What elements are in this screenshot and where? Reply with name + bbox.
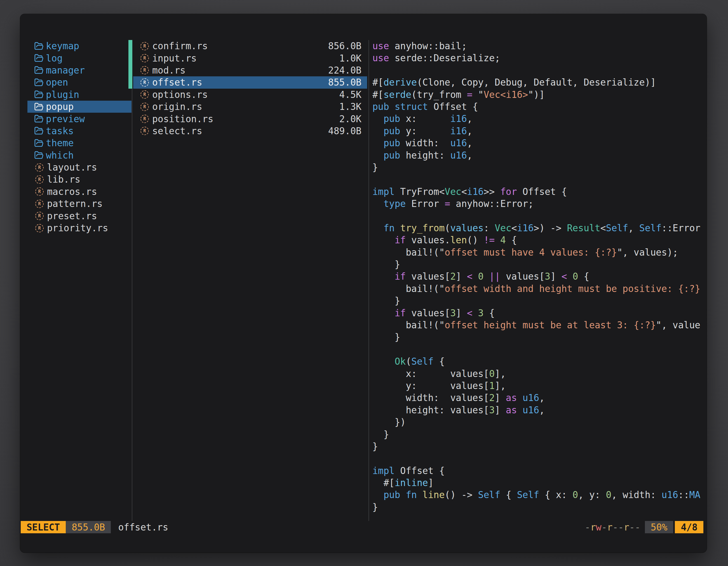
code-line-text: } [372,162,378,173]
code-line: } [372,331,704,343]
code-line-text: height: values[3] as u16, [372,405,545,415]
open-folder-icon [34,114,44,124]
sidebar-item-keymap[interactable]: keymap [27,40,131,52]
code-line: pub width: u16, [372,137,704,149]
item-label: pattern.rs [47,198,103,209]
file-row-mod-rs[interactable]: mod.rs 224.0B [133,64,367,76]
file-permissions: -rw-r--r-- [585,521,640,533]
file-name: input.rs [152,53,197,64]
code-line-text: bail!("offset width and height must be p… [372,283,700,294]
code-line-text: } [372,259,400,270]
rust-file-icon [140,90,149,99]
code-line-text: pub height: u16, [372,150,473,161]
code-line: pub fn line() -> Self { Self { x: 0, y: … [372,489,704,501]
code-line: } [372,295,704,307]
code-line: } [372,161,704,173]
code-line-text: bail!("offset height must be at least 3:… [372,319,700,330]
sidebar-item-pattern-rs[interactable]: pattern.rs [27,198,131,210]
status-bar: SELECT 855.0B offset.rs -rw-r--r-- 50% 4… [21,521,703,533]
rust-file-icon [35,212,44,220]
code-line [372,210,704,222]
code-line-text: pub fn line() -> Self { Self { x: 0, y: … [372,489,700,500]
file-row-confirm-rs[interactable]: confirm.rs 856.0B [133,40,367,52]
code-line-text: width: values[2] as u16, [372,392,545,403]
open-folder-icon [34,41,44,51]
file-size: 224.0B [328,65,361,76]
sidebar-item-macros-rs[interactable]: macros.rs [27,186,131,198]
code-line-text: if values[2] < 0 || values[3] < 0 { [372,271,589,282]
file-row-options-rs[interactable]: options.rs 4.5K [133,89,367,101]
code-line [372,173,704,186]
rust-file-icon [35,163,44,172]
open-folder-icon [34,78,44,87]
rust-file-icon [140,66,149,74]
code-line-text: } [372,429,389,440]
code-line-text: #[inline] [372,477,434,488]
code-line: bail!("offset height must be at least 3:… [372,319,704,331]
item-label: open [46,77,68,88]
code-line: } [372,501,704,513]
code-line-text: impl TryFrom<Vec<i16>> for Offset { [372,186,567,197]
code-line: type Error = anyhow::Error; [372,198,704,210]
sidebar-item-tasks[interactable]: tasks [27,125,131,137]
sidebar-item-popup[interactable]: popup [27,101,131,113]
code-line: pub struct Offset { [372,101,704,113]
sidebar-item-preview[interactable]: preview [27,113,131,125]
code-line [372,452,704,464]
sidebar-item-lib-rs[interactable]: lib.rs [27,173,131,186]
item-label: plugin [46,89,79,100]
item-label: macros.rs [47,186,97,197]
file-name: confirm.rs [152,41,208,51]
sidebar-item-preset-rs[interactable]: preset.rs [27,210,131,222]
code-line-text: } [372,332,400,342]
item-label: preview [46,114,85,125]
sidebar-item-theme[interactable]: theme [27,137,131,149]
code-line: fn try_from(values: Vec<i16>) -> Result<… [372,222,704,234]
code-line-text: x: values[0], [372,368,506,379]
sidebar-item-manager[interactable]: manager [27,64,131,76]
file-name: position.rs [152,114,213,125]
code-line [372,343,704,355]
item-label: keymap [46,41,79,51]
code-line: pub height: u16, [372,149,704,161]
code-line [372,64,704,76]
file-row-input-rs[interactable]: input.rs 1.0K [133,52,367,64]
scroll-percent-chip: 50% [645,521,673,533]
code-line: if values.len() != 4 { [372,234,704,246]
preview-pane: use anyhow::bail;use serde::Deserialize;… [372,40,704,522]
sidebar-item-log[interactable]: log [27,52,131,64]
file-row-offset-rs[interactable]: offset.rs 855.0B [133,76,367,88]
code-line: width: values[2] as u16, [372,392,704,404]
code-line-text: } [372,441,378,452]
file-list: confirm.rs 856.0B input.rs 1.0K mod.rs 2… [133,40,367,137]
code-line: x: values[0], [372,368,704,380]
file-row-select-rs[interactable]: select.rs 489.0B [133,125,367,137]
sidebar-item-open[interactable]: open [27,76,131,88]
code-line-text: impl Offset { [372,465,445,476]
open-folder-icon [34,126,44,136]
sidebar-item-plugin[interactable]: plugin [27,89,131,101]
code-line: Ok(Self { [372,355,704,367]
code-line: }) [372,416,704,428]
rust-file-icon [35,224,44,233]
file-size: 2.0K [339,114,361,125]
sidebar-item-layout-rs[interactable]: layout.rs [27,161,131,173]
open-folder-icon [34,65,44,75]
sidebar-item-priority-rs[interactable]: priority.rs [27,222,131,234]
file-name: mod.rs [152,65,185,76]
rust-file-icon [140,103,149,111]
file-row-position-rs[interactable]: position.rs 2.0K [133,113,367,125]
file-row-origin-rs[interactable]: origin.rs 1.3K [133,101,367,113]
file-size: 856.0B [328,41,361,51]
item-label: lib.rs [47,174,80,185]
sidebar-list: keymap log manager open [27,40,131,234]
open-folder-icon [34,139,44,148]
mode-badge: SELECT [21,521,66,533]
rust-file-icon [140,127,149,135]
code-line-text: if values[3] < 3 { [372,307,495,318]
rust-file-icon [140,54,149,62]
code-line: bail!("offset width and height must be p… [372,283,704,295]
sidebar-item-which[interactable]: which [27,149,131,161]
file-name: origin.rs [152,101,202,112]
code-line: } [372,428,704,440]
